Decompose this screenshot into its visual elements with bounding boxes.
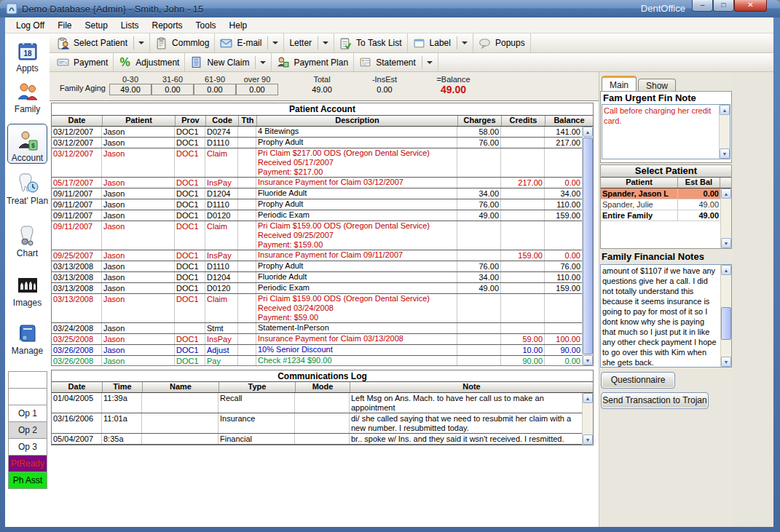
financial-notes-textbox[interactable]: amount of $1107 if we have any questions… — [600, 264, 732, 368]
account-row[interactable]: 05/17/2007JasonDOC1InsPayInsurance Payme… — [52, 178, 582, 188]
label-button[interactable]: Label — [408, 33, 473, 52]
op-button-ptready[interactable]: PtReady — [8, 455, 47, 472]
op-button-blank[interactable] — [8, 371, 47, 389]
select-patient-button[interactable]: Select Patient — [52, 33, 150, 52]
commlog-row[interactable]: 03/16/200611:01aInsurancedi/ she called … — [52, 413, 582, 434]
send-transaction-to-trojan-button[interactable]: Send Transaction to Trojan — [601, 392, 709, 409]
commlog-col-note: Note — [350, 382, 593, 392]
account-row[interactable]: 09/11/2007JasonDOC1D1204Fluoride Adult34… — [52, 188, 582, 199]
scroll-down-icon[interactable]: ▼ — [583, 355, 593, 365]
commlog-col-date: Date — [52, 382, 102, 392]
select-patient-row[interactable]: Entire Family49.00 — [601, 210, 720, 221]
payment-plan-button[interactable]: Payment Plan — [272, 53, 354, 71]
urgent-note-textbox[interactable]: Call before charging her credit card. ▲ … — [602, 104, 730, 159]
statement-button[interactable]: Statement — [354, 53, 438, 71]
op-button-op-3[interactable]: Op 3 — [8, 438, 47, 456]
account-row[interactable]: 03/26/2008JasonDOC1Adjust10% Senior Disc… — [52, 345, 582, 356]
account-col-patient: Patient — [102, 116, 175, 126]
patient-account-scrollbar[interactable]: ▲ ▼ — [582, 127, 593, 365]
dropdown-arrow-icon[interactable] — [138, 41, 144, 44]
account-row[interactable]: 03/12/2007JasonDOC1ClaimPri Claim $217.0… — [52, 148, 582, 178]
popups-button[interactable]: Popups — [473, 33, 531, 52]
select-patient-row[interactable]: Spander, Julie49.00 — [601, 199, 720, 210]
dropdown-arrow-icon[interactable] — [323, 41, 328, 44]
sidebar-item-images[interactable]: Images — [5, 274, 50, 308]
financial-notes-scrollbar[interactable]: ▲ ▼ — [720, 265, 731, 367]
dropdown-arrow-icon[interactable] — [462, 41, 468, 44]
scroll-down-icon[interactable]: ▼ — [721, 357, 731, 367]
maximize-button[interactable]: □ — [713, 0, 734, 12]
sidebar-item-account[interactable]: $Account — [7, 124, 47, 164]
scroll-up-icon[interactable]: ▲ — [583, 127, 593, 137]
scroll-down-icon[interactable]: ▼ — [720, 148, 730, 159]
account-row[interactable]: 03/12/2007JasonDOC1D02744 Bitewings58.00… — [52, 127, 582, 138]
account-row[interactable]: 03/13/2008JasonDOC1ClaimPri Claim $159.0… — [52, 294, 582, 323]
dropdown-arrow-icon[interactable] — [260, 61, 266, 64]
op-button-ph-asst[interactable]: Ph Asst — [8, 472, 47, 489]
communications-log-scrollbar[interactable]: ▲ ▼ — [582, 393, 593, 445]
account-row[interactable]: 03/25/2008JasonDOC1InsPayInsurance Payme… — [52, 334, 582, 345]
account-row[interactable]: 09/11/2007JasonDOC1D0120Periodic Exam49.… — [52, 210, 582, 221]
label-icon — [413, 37, 426, 49]
right-gap — [733, 72, 773, 527]
commlog-col-time: Time — [102, 382, 142, 392]
new-claim-button[interactable]: New Claim — [185, 53, 272, 71]
family-aging-panel: Family Aging 0-30 49.00 31-60 0.00 61-90… — [50, 72, 599, 101]
dropdown-arrow-icon[interactable] — [272, 41, 278, 44]
commlog-button[interactable]: Commlog — [150, 33, 215, 52]
patient-account-header: DatePatientProvCodeTthDescriptionCharges… — [52, 116, 593, 127]
adjustment-button[interactable]: %Adjustment — [114, 53, 185, 71]
op-button-blank[interactable] — [8, 388, 47, 405]
aging-insest-label: -InsEst — [359, 74, 410, 84]
menu-setup[interactable]: Setup — [78, 18, 114, 33]
account-row[interactable]: 09/11/2007JasonDOC1ClaimPri Claim $159.0… — [52, 221, 582, 250]
letter-button[interactable]: Letter — [284, 33, 334, 52]
sidebar-item-family[interactable]: Family — [5, 80, 50, 114]
scroll-up-icon[interactable]: ▲ — [721, 188, 731, 199]
e-mail-button[interactable]: E-mail — [215, 33, 284, 52]
brand-label: DentOffice — [641, 3, 685, 14]
scroll-up-icon[interactable]: ▲ — [583, 393, 593, 403]
sidebar-item-manage[interactable]: Manage — [5, 322, 50, 356]
account-row[interactable]: 09/11/2007JasonDOC1D1110Prophy Adult76.0… — [52, 199, 582, 210]
sidebar-item-label: Appts — [5, 63, 50, 74]
account-col-description: Description — [256, 116, 457, 126]
op-button-op-1[interactable]: Op 1 — [8, 405, 47, 422]
commlog-row[interactable]: 05/04/20078:35aFinancialbr.. spoke w/ In… — [52, 434, 582, 445]
scroll-up-icon[interactable]: ▲ — [720, 105, 730, 115]
account-row[interactable]: 03/13/2008JasonDOC1D1110Prophy Adult76.0… — [52, 261, 582, 272]
select-patient-row[interactable]: Spander, Jason L0.00 — [601, 188, 720, 199]
scroll-down-icon[interactable]: ▼ — [583, 434, 593, 445]
urgent-note-scrollbar[interactable]: ▲ ▼ — [719, 105, 730, 159]
minimize-button[interactable]: – — [692, 0, 713, 12]
menu-reports[interactable]: Reports — [146, 18, 189, 33]
commlog-row[interactable]: 01/04/200511:39aRecallLeft Msg on Ans. M… — [52, 393, 582, 413]
menu-log-off[interactable]: Log Off — [9, 18, 51, 33]
account-icon: $ — [16, 129, 39, 152]
account-row[interactable]: 03/26/2008JasonDOC1PayCheck #1234 $90.00… — [52, 356, 582, 365]
account-row[interactable]: 09/25/2007JasonDOC1InsPayInsurance Payme… — [52, 250, 582, 261]
scroll-up-icon[interactable]: ▲ — [721, 265, 731, 275]
close-button[interactable]: ✕ — [734, 0, 767, 12]
sidebar-item-treat-plan[interactable]: Treat' Plan — [5, 172, 50, 206]
menu-help[interactable]: Help — [223, 18, 254, 33]
menu-file[interactable]: File — [51, 18, 78, 33]
sidebar-item-chart[interactable]: Chart — [5, 224, 50, 258]
questionnaire-button[interactable]: Questionnaire — [601, 372, 675, 389]
menu-tools[interactable]: Tools — [189, 18, 223, 33]
scrollbar-thumb[interactable] — [721, 307, 731, 340]
scroll-down-icon[interactable]: ▼ — [721, 238, 731, 248]
payment-button[interactable]: Payment — [52, 53, 114, 71]
account-row[interactable]: 03/24/2008JasonStmtStatement-InPerson — [52, 323, 582, 334]
sidebar-item-label: Images — [5, 298, 50, 308]
account-row[interactable]: 03/13/2008JasonDOC1D1204Fluoride Adult34… — [52, 272, 582, 283]
dropdown-arrow-icon[interactable] — [427, 61, 433, 64]
menu-lists[interactable]: Lists — [114, 18, 146, 33]
to-task-list-button[interactable]: To Task List — [334, 33, 407, 52]
sidebar-item-appts[interactable]: 18Appts — [5, 39, 50, 74]
account-row[interactable]: 03/12/2007JasonDOC1D1110Prophy Adult76.0… — [52, 138, 582, 148]
account-row[interactable]: 03/13/2008JasonDOC1D0120Periodic Exam49.… — [52, 283, 582, 294]
op-button-op-2[interactable]: Op 2 — [8, 421, 47, 439]
scrollbar-thumb[interactable] — [583, 138, 593, 354]
select-patient-scrollbar[interactable]: ▲ ▼ — [720, 188, 731, 248]
